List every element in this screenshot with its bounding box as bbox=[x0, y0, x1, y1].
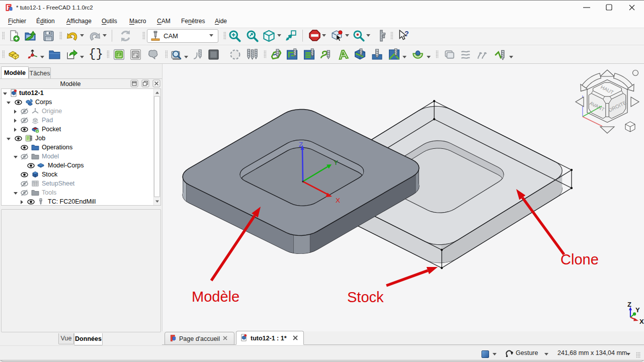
svg-text:Z: Z bbox=[299, 141, 303, 148]
svg-text:Y: Y bbox=[635, 306, 640, 314]
svg-text:Modèle: Modèle bbox=[192, 289, 239, 305]
svg-text:?: ? bbox=[405, 30, 409, 38]
svg-text:X: X bbox=[336, 197, 340, 204]
svg-text:Clone: Clone bbox=[560, 251, 599, 267]
svg-text:Stock: Stock bbox=[347, 289, 384, 305]
svg-text:Z: Z bbox=[627, 301, 631, 308]
svg-text:Y: Y bbox=[334, 159, 338, 166]
svg-text:X: X bbox=[639, 318, 644, 325]
